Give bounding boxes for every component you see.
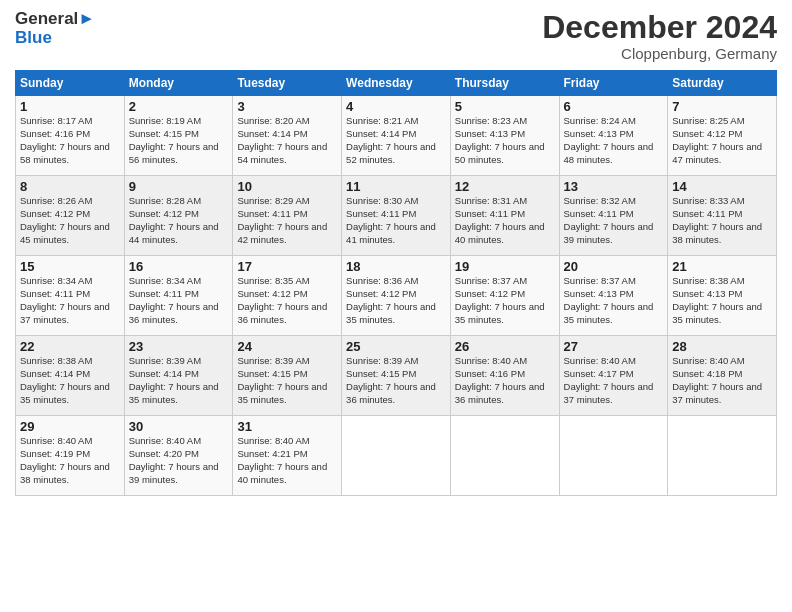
calendar-cell: 4 Sunrise: 8:21 AMSunset: 4:14 PMDayligh…	[342, 96, 451, 176]
day-number: 13	[564, 179, 664, 194]
calendar-cell: 31 Sunrise: 8:40 AMSunset: 4:21 PMDaylig…	[233, 416, 342, 496]
day-number: 6	[564, 99, 664, 114]
calendar-cell: 23 Sunrise: 8:39 AMSunset: 4:14 PMDaylig…	[124, 336, 233, 416]
day-number: 11	[346, 179, 446, 194]
day-info: Sunrise: 8:40 AMSunset: 4:20 PMDaylight:…	[129, 435, 219, 484]
calendar-week-2: 8 Sunrise: 8:26 AMSunset: 4:12 PMDayligh…	[16, 176, 777, 256]
calendar-cell: 9 Sunrise: 8:28 AMSunset: 4:12 PMDayligh…	[124, 176, 233, 256]
calendar-cell: 12 Sunrise: 8:31 AMSunset: 4:11 PMDaylig…	[450, 176, 559, 256]
day-info: Sunrise: 8:17 AMSunset: 4:16 PMDaylight:…	[20, 115, 110, 164]
day-info: Sunrise: 8:23 AMSunset: 4:13 PMDaylight:…	[455, 115, 545, 164]
calendar-cell: 11 Sunrise: 8:30 AMSunset: 4:11 PMDaylig…	[342, 176, 451, 256]
header-sunday: Sunday	[16, 71, 125, 96]
day-info: Sunrise: 8:40 AMSunset: 4:21 PMDaylight:…	[237, 435, 327, 484]
day-number: 14	[672, 179, 772, 194]
day-number: 30	[129, 419, 229, 434]
day-info: Sunrise: 8:40 AMSunset: 4:16 PMDaylight:…	[455, 355, 545, 404]
day-info: Sunrise: 8:30 AMSunset: 4:11 PMDaylight:…	[346, 195, 436, 244]
calendar-cell: 25 Sunrise: 8:39 AMSunset: 4:15 PMDaylig…	[342, 336, 451, 416]
day-info: Sunrise: 8:24 AMSunset: 4:13 PMDaylight:…	[564, 115, 654, 164]
calendar-cell: 28 Sunrise: 8:40 AMSunset: 4:18 PMDaylig…	[668, 336, 777, 416]
day-number: 18	[346, 259, 446, 274]
page-header: General► Blue December 2024 Cloppenburg,…	[15, 10, 777, 62]
calendar-week-5: 29 Sunrise: 8:40 AMSunset: 4:19 PMDaylig…	[16, 416, 777, 496]
day-info: Sunrise: 8:39 AMSunset: 4:15 PMDaylight:…	[237, 355, 327, 404]
calendar-cell: 19 Sunrise: 8:37 AMSunset: 4:12 PMDaylig…	[450, 256, 559, 336]
day-info: Sunrise: 8:37 AMSunset: 4:12 PMDaylight:…	[455, 275, 545, 324]
day-info: Sunrise: 8:34 AMSunset: 4:11 PMDaylight:…	[20, 275, 110, 324]
day-info: Sunrise: 8:33 AMSunset: 4:11 PMDaylight:…	[672, 195, 762, 244]
calendar-cell: 17 Sunrise: 8:35 AMSunset: 4:12 PMDaylig…	[233, 256, 342, 336]
logo: General► Blue	[15, 10, 95, 47]
calendar-cell: 18 Sunrise: 8:36 AMSunset: 4:12 PMDaylig…	[342, 256, 451, 336]
page-container: General► Blue December 2024 Cloppenburg,…	[0, 0, 792, 506]
title-section: December 2024 Cloppenburg, Germany	[542, 10, 777, 62]
calendar-cell: 20 Sunrise: 8:37 AMSunset: 4:13 PMDaylig…	[559, 256, 668, 336]
day-info: Sunrise: 8:40 AMSunset: 4:17 PMDaylight:…	[564, 355, 654, 404]
day-info: Sunrise: 8:39 AMSunset: 4:15 PMDaylight:…	[346, 355, 436, 404]
day-info: Sunrise: 8:21 AMSunset: 4:14 PMDaylight:…	[346, 115, 436, 164]
calendar-cell: 7 Sunrise: 8:25 AMSunset: 4:12 PMDayligh…	[668, 96, 777, 176]
day-info: Sunrise: 8:36 AMSunset: 4:12 PMDaylight:…	[346, 275, 436, 324]
calendar-cell: 1 Sunrise: 8:17 AMSunset: 4:16 PMDayligh…	[16, 96, 125, 176]
day-number: 27	[564, 339, 664, 354]
day-number: 10	[237, 179, 337, 194]
header-tuesday: Tuesday	[233, 71, 342, 96]
day-info: Sunrise: 8:25 AMSunset: 4:12 PMDaylight:…	[672, 115, 762, 164]
day-info: Sunrise: 8:20 AMSunset: 4:14 PMDaylight:…	[237, 115, 327, 164]
day-info: Sunrise: 8:32 AMSunset: 4:11 PMDaylight:…	[564, 195, 654, 244]
calendar-week-3: 15 Sunrise: 8:34 AMSunset: 4:11 PMDaylig…	[16, 256, 777, 336]
day-number: 9	[129, 179, 229, 194]
day-number: 28	[672, 339, 772, 354]
day-number: 3	[237, 99, 337, 114]
day-number: 26	[455, 339, 555, 354]
day-number: 12	[455, 179, 555, 194]
location-subtitle: Cloppenburg, Germany	[542, 45, 777, 62]
header-wednesday: Wednesday	[342, 71, 451, 96]
day-number: 19	[455, 259, 555, 274]
day-info: Sunrise: 8:38 AMSunset: 4:14 PMDaylight:…	[20, 355, 110, 404]
day-info: Sunrise: 8:34 AMSunset: 4:11 PMDaylight:…	[129, 275, 219, 324]
day-number: 8	[20, 179, 120, 194]
header-row: Sunday Monday Tuesday Wednesday Thursday…	[16, 71, 777, 96]
calendar-cell: 15 Sunrise: 8:34 AMSunset: 4:11 PMDaylig…	[16, 256, 125, 336]
calendar-cell	[668, 416, 777, 496]
day-number: 16	[129, 259, 229, 274]
day-number: 4	[346, 99, 446, 114]
day-info: Sunrise: 8:38 AMSunset: 4:13 PMDaylight:…	[672, 275, 762, 324]
day-number: 20	[564, 259, 664, 274]
calendar-cell: 10 Sunrise: 8:29 AMSunset: 4:11 PMDaylig…	[233, 176, 342, 256]
calendar-cell: 5 Sunrise: 8:23 AMSunset: 4:13 PMDayligh…	[450, 96, 559, 176]
day-info: Sunrise: 8:28 AMSunset: 4:12 PMDaylight:…	[129, 195, 219, 244]
calendar-cell: 22 Sunrise: 8:38 AMSunset: 4:14 PMDaylig…	[16, 336, 125, 416]
day-number: 21	[672, 259, 772, 274]
day-number: 15	[20, 259, 120, 274]
day-number: 17	[237, 259, 337, 274]
calendar-table: Sunday Monday Tuesday Wednesday Thursday…	[15, 70, 777, 496]
day-info: Sunrise: 8:40 AMSunset: 4:19 PMDaylight:…	[20, 435, 110, 484]
header-monday: Monday	[124, 71, 233, 96]
calendar-cell: 14 Sunrise: 8:33 AMSunset: 4:11 PMDaylig…	[668, 176, 777, 256]
month-title: December 2024	[542, 10, 777, 45]
calendar-body: 1 Sunrise: 8:17 AMSunset: 4:16 PMDayligh…	[16, 96, 777, 496]
calendar-header: Sunday Monday Tuesday Wednesday Thursday…	[16, 71, 777, 96]
day-number: 23	[129, 339, 229, 354]
day-info: Sunrise: 8:40 AMSunset: 4:18 PMDaylight:…	[672, 355, 762, 404]
day-number: 7	[672, 99, 772, 114]
calendar-week-1: 1 Sunrise: 8:17 AMSunset: 4:16 PMDayligh…	[16, 96, 777, 176]
day-info: Sunrise: 8:39 AMSunset: 4:14 PMDaylight:…	[129, 355, 219, 404]
day-number: 31	[237, 419, 337, 434]
day-number: 5	[455, 99, 555, 114]
header-friday: Friday	[559, 71, 668, 96]
calendar-cell: 16 Sunrise: 8:34 AMSunset: 4:11 PMDaylig…	[124, 256, 233, 336]
header-saturday: Saturday	[668, 71, 777, 96]
calendar-cell: 3 Sunrise: 8:20 AMSunset: 4:14 PMDayligh…	[233, 96, 342, 176]
calendar-cell: 30 Sunrise: 8:40 AMSunset: 4:20 PMDaylig…	[124, 416, 233, 496]
day-info: Sunrise: 8:37 AMSunset: 4:13 PMDaylight:…	[564, 275, 654, 324]
calendar-cell: 13 Sunrise: 8:32 AMSunset: 4:11 PMDaylig…	[559, 176, 668, 256]
calendar-cell: 6 Sunrise: 8:24 AMSunset: 4:13 PMDayligh…	[559, 96, 668, 176]
day-info: Sunrise: 8:26 AMSunset: 4:12 PMDaylight:…	[20, 195, 110, 244]
day-number: 24	[237, 339, 337, 354]
day-number: 22	[20, 339, 120, 354]
day-info: Sunrise: 8:19 AMSunset: 4:15 PMDaylight:…	[129, 115, 219, 164]
